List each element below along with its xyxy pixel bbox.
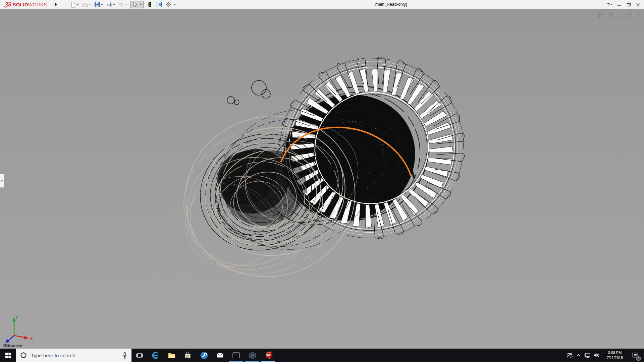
feature-manager-collapsed-tab[interactable] — [0, 174, 4, 188]
triad-y-label: Y — [15, 315, 18, 319]
dropdown-caret — [125, 4, 127, 5]
new-document-button[interactable] — [70, 1, 79, 8]
logo-solid-text: SOLID — [13, 2, 28, 7]
dropdown-caret — [89, 4, 91, 5]
taskbar-clock[interactable]: 3:09 PM 7/11/2018 — [601, 350, 629, 360]
solidworks-logo-mark: ƷS — [4, 1, 12, 8]
triad-x-label: X — [30, 337, 33, 341]
task-view-button[interactable] — [131, 349, 148, 362]
toolbar-separator — [51, 1, 51, 8]
rebuild-button[interactable] — [147, 1, 153, 8]
network-tray-button[interactable] — [583, 349, 592, 362]
microphone-icon[interactable] — [120, 351, 129, 360]
tray-overflow-button[interactable] — [574, 349, 583, 362]
close-button[interactable] — [633, 0, 643, 9]
restore-button[interactable] — [624, 0, 633, 9]
notification-badge: 3 — [636, 356, 641, 361]
select-cursor-icon — [132, 2, 138, 8]
speaker-icon — [593, 352, 600, 359]
dropdown-caret[interactable] — [174, 4, 176, 5]
logo-works-text: WORKS — [28, 2, 47, 7]
solidworks-2017-icon: SW 2017 — [263, 350, 273, 360]
document-title: main [Read-only] — [375, 2, 407, 7]
restore-icon — [627, 2, 631, 7]
sw-label: SW — [266, 354, 271, 357]
taskbar-mail-button[interactable] — [212, 349, 228, 362]
dropdown-caret[interactable] — [77, 4, 79, 5]
network-icon — [584, 352, 591, 359]
help-label: ? — [607, 2, 610, 7]
view-orientation-label: *Dimetric — [3, 343, 22, 348]
file-properties-button[interactable] — [156, 1, 162, 8]
gear-icon — [165, 1, 172, 8]
open-icon — [82, 1, 88, 8]
print-icon — [106, 1, 112, 8]
detail-circles — [227, 80, 270, 105]
options-button[interactable] — [165, 1, 176, 8]
cortana-icon — [19, 351, 28, 359]
taskbar-settings-tool-button[interactable] — [196, 349, 212, 362]
file-properties-icon — [156, 1, 162, 8]
pane-right-icon[interactable] — [608, 13, 613, 18]
menu-expand-button[interactable] — [54, 2, 58, 7]
mail-icon — [216, 351, 224, 360]
windows-taskbar: C:\_ SW 2017 — [0, 349, 644, 362]
pane-left-icon[interactable] — [598, 13, 603, 18]
title-bar: ƷS SOLIDWORKS — [0, 0, 644, 9]
minimize-button[interactable] — [614, 0, 624, 9]
taskbar-edge-button[interactable] — [148, 349, 164, 362]
traffic-light-icon — [147, 1, 153, 8]
dropdown-caret[interactable] — [140, 4, 142, 5]
engine-wireframe-model[interactable] — [0, 9, 644, 349]
graphics-viewport[interactable]: Y X Z *Dimetric — [0, 9, 644, 349]
task-view-icon — [136, 351, 144, 359]
select-tool-button[interactable] — [130, 1, 144, 8]
doc-minimize-icon[interactable] — [618, 13, 622, 18]
save-icon — [94, 1, 100, 8]
clock-date: 7/11/2018 — [601, 355, 629, 360]
minimize-icon — [617, 3, 621, 7]
print-button[interactable] — [106, 1, 115, 8]
doc-close-icon[interactable] — [636, 13, 641, 18]
chevron-up-icon — [576, 352, 582, 358]
taskbar-command-prompt-button[interactable]: C:\_ — [228, 349, 244, 362]
close-icon — [636, 3, 640, 7]
right-triangle-icon — [55, 3, 57, 6]
dropdown-caret[interactable] — [113, 4, 115, 5]
sw-year: 2017 — [268, 358, 273, 360]
undo-button — [118, 1, 127, 8]
help-button[interactable]: ? — [605, 0, 614, 9]
open-button[interactable] — [82, 1, 91, 8]
doc-restore-icon[interactable] — [627, 13, 632, 18]
taskbar-file-explorer-button[interactable] — [164, 349, 180, 362]
action-center-button[interactable]: 3 — [629, 349, 642, 362]
start-button[interactable] — [0, 349, 16, 362]
taskbar-solidworks-button[interactable]: SW 2017 — [260, 349, 276, 362]
wrench-circle-icon — [200, 351, 209, 360]
people-icon — [566, 352, 573, 359]
people-tray-button[interactable] — [565, 349, 574, 362]
save-button[interactable] — [94, 1, 103, 8]
taskbar-store-button[interactable] — [180, 349, 196, 362]
cmd-label: C:\_ — [234, 353, 239, 356]
microsoft-store-icon — [183, 351, 192, 360]
dropdown-caret[interactable] — [101, 4, 103, 5]
undo-icon — [118, 1, 124, 8]
splitter-handle-dot — [1, 180, 3, 182]
hexagon-app-icon — [248, 351, 257, 360]
search-input[interactable] — [31, 353, 120, 358]
command-prompt-icon: C:\_ — [232, 351, 240, 360]
edge-icon — [151, 351, 160, 360]
file-explorer-icon — [167, 351, 176, 360]
clock-time: 3:09 PM — [601, 350, 629, 355]
taskbar-search[interactable] — [16, 349, 131, 362]
taskbar-hexagon-app-button[interactable] — [244, 349, 260, 362]
solidworks-logo: ƷS SOLIDWORKS — [5, 0, 47, 9]
windows-logo-icon — [5, 353, 11, 358]
new-document-icon — [70, 1, 76, 8]
volume-tray-button[interactable] — [592, 349, 601, 362]
dropdown-caret[interactable] — [610, 4, 612, 5]
document-window-controls — [598, 13, 641, 18]
